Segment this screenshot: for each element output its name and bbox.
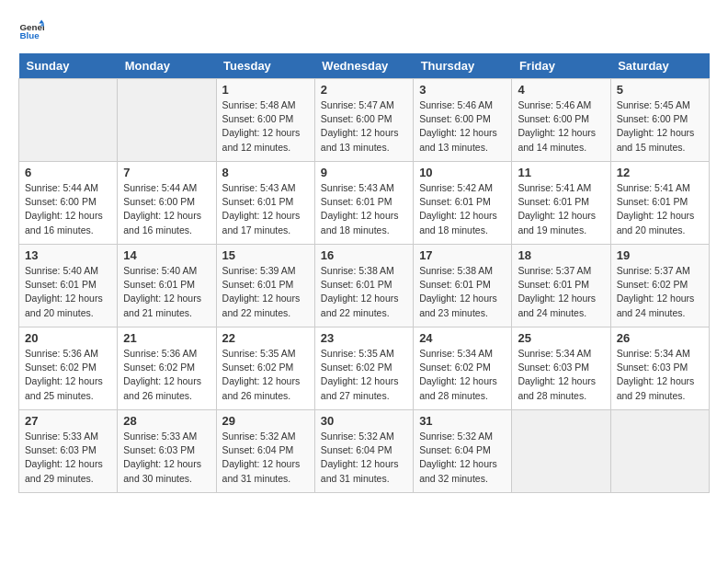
week-row-5: 27Sunrise: 5:33 AM Sunset: 6:03 PM Dayli… — [19, 410, 710, 493]
header-day-monday: Monday — [118, 53, 216, 79]
day-info: Sunrise: 5:34 AM Sunset: 6:03 PM Dayligh… — [617, 347, 703, 403]
day-info: Sunrise: 5:35 AM Sunset: 6:02 PM Dayligh… — [321, 347, 407, 403]
day-info: Sunrise: 5:40 AM Sunset: 6:01 PM Dayligh… — [123, 264, 210, 320]
day-number: 22 — [222, 331, 309, 345]
day-info: Sunrise: 5:34 AM Sunset: 6:03 PM Dayligh… — [518, 347, 604, 403]
calendar-cell: 22Sunrise: 5:35 AM Sunset: 6:02 PM Dayli… — [216, 327, 314, 410]
calendar-cell — [19, 79, 118, 162]
day-number: 24 — [419, 331, 506, 345]
header-day-sunday: Sunday — [19, 53, 118, 79]
day-info: Sunrise: 5:35 AM Sunset: 6:02 PM Dayligh… — [222, 347, 309, 403]
day-info: Sunrise: 5:38 AM Sunset: 6:01 PM Dayligh… — [419, 264, 506, 320]
week-row-4: 20Sunrise: 5:36 AM Sunset: 6:02 PM Dayli… — [19, 327, 710, 410]
calendar-cell: 19Sunrise: 5:37 AM Sunset: 6:02 PM Dayli… — [610, 245, 709, 327]
day-info: Sunrise: 5:36 AM Sunset: 6:02 PM Dayligh… — [123, 347, 210, 403]
day-number: 10 — [419, 166, 506, 179]
calendar-body: 1Sunrise: 5:48 AM Sunset: 6:00 PM Daylig… — [19, 79, 710, 493]
calendar-cell: 11Sunrise: 5:41 AM Sunset: 6:01 PM Dayli… — [512, 162, 610, 245]
calendar-cell — [512, 410, 610, 493]
day-info: Sunrise: 5:45 AM Sunset: 6:00 PM Dayligh… — [617, 98, 703, 155]
calendar-cell: 8Sunrise: 5:43 AM Sunset: 6:01 PM Daylig… — [216, 162, 314, 245]
day-number: 15 — [222, 248, 309, 262]
day-number: 16 — [321, 248, 407, 262]
day-info: Sunrise: 5:34 AM Sunset: 6:02 PM Dayligh… — [419, 347, 506, 403]
week-row-2: 6Sunrise: 5:44 AM Sunset: 6:00 PM Daylig… — [19, 162, 710, 245]
calendar-cell — [118, 79, 216, 162]
calendar-cell: 12Sunrise: 5:41 AM Sunset: 6:01 PM Dayli… — [610, 162, 709, 245]
day-info: Sunrise: 5:46 AM Sunset: 6:00 PM Dayligh… — [518, 98, 604, 155]
calendar-header: SundayMondayTuesdayWednesdayThursdayFrid… — [19, 53, 710, 79]
day-info: Sunrise: 5:33 AM Sunset: 6:03 PM Dayligh… — [25, 430, 111, 486]
calendar-cell: 2Sunrise: 5:47 AM Sunset: 6:00 PM Daylig… — [314, 79, 413, 162]
day-info: Sunrise: 5:48 AM Sunset: 6:00 PM Dayligh… — [222, 98, 309, 155]
calendar-cell: 1Sunrise: 5:48 AM Sunset: 6:00 PM Daylig… — [216, 79, 314, 162]
day-info: Sunrise: 5:32 AM Sunset: 6:04 PM Dayligh… — [222, 430, 309, 486]
calendar-cell: 5Sunrise: 5:45 AM Sunset: 6:00 PM Daylig… — [610, 79, 709, 162]
day-number: 2 — [321, 83, 407, 97]
calendar-cell: 13Sunrise: 5:40 AM Sunset: 6:01 PM Dayli… — [19, 245, 118, 327]
calendar-cell: 20Sunrise: 5:36 AM Sunset: 6:02 PM Dayli… — [19, 327, 118, 410]
calendar-cell: 17Sunrise: 5:38 AM Sunset: 6:01 PM Dayli… — [414, 245, 512, 327]
calendar-cell: 24Sunrise: 5:34 AM Sunset: 6:02 PM Dayli… — [414, 327, 512, 410]
day-number: 31 — [419, 414, 506, 428]
day-number: 26 — [617, 331, 703, 345]
day-info: Sunrise: 5:43 AM Sunset: 6:01 PM Dayligh… — [321, 181, 407, 237]
day-number: 23 — [321, 331, 407, 345]
day-info: Sunrise: 5:41 AM Sunset: 6:01 PM Dayligh… — [617, 181, 703, 237]
calendar-cell: 7Sunrise: 5:44 AM Sunset: 6:00 PM Daylig… — [118, 162, 216, 245]
day-number: 13 — [25, 248, 111, 262]
day-number: 20 — [25, 331, 111, 345]
day-number: 11 — [518, 166, 604, 179]
week-row-1: 1Sunrise: 5:48 AM Sunset: 6:00 PM Daylig… — [19, 79, 710, 162]
logo-icon: General Blue — [18, 18, 44, 44]
calendar-cell: 3Sunrise: 5:46 AM Sunset: 6:00 PM Daylig… — [414, 79, 512, 162]
week-row-3: 13Sunrise: 5:40 AM Sunset: 6:01 PM Dayli… — [19, 245, 710, 327]
calendar-cell: 14Sunrise: 5:40 AM Sunset: 6:01 PM Dayli… — [118, 245, 216, 327]
calendar-cell: 18Sunrise: 5:37 AM Sunset: 6:01 PM Dayli… — [512, 245, 610, 327]
day-number: 4 — [518, 83, 604, 97]
calendar-cell: 27Sunrise: 5:33 AM Sunset: 6:03 PM Dayli… — [19, 410, 118, 493]
day-info: Sunrise: 5:43 AM Sunset: 6:01 PM Dayligh… — [222, 181, 309, 237]
header-day-thursday: Thursday — [414, 53, 512, 79]
day-number: 5 — [617, 83, 703, 97]
day-number: 3 — [419, 83, 506, 97]
header-day-saturday: Saturday — [610, 53, 709, 79]
calendar-cell: 28Sunrise: 5:33 AM Sunset: 6:03 PM Dayli… — [118, 410, 216, 493]
day-number: 1 — [222, 83, 309, 97]
day-info: Sunrise: 5:44 AM Sunset: 6:00 PM Dayligh… — [25, 181, 111, 237]
calendar-table: SundayMondayTuesdayWednesdayThursdayFrid… — [18, 53, 710, 493]
day-number: 30 — [321, 414, 407, 428]
day-info: Sunrise: 5:37 AM Sunset: 6:02 PM Dayligh… — [617, 264, 703, 320]
day-number: 25 — [518, 331, 604, 345]
calendar-cell: 23Sunrise: 5:35 AM Sunset: 6:02 PM Dayli… — [314, 327, 413, 410]
day-number: 7 — [123, 166, 210, 179]
day-number: 28 — [123, 414, 210, 428]
calendar-cell: 25Sunrise: 5:34 AM Sunset: 6:03 PM Dayli… — [512, 327, 610, 410]
svg-text:Blue: Blue — [19, 30, 40, 40]
day-number: 8 — [222, 166, 309, 179]
day-info: Sunrise: 5:32 AM Sunset: 6:04 PM Dayligh… — [321, 430, 407, 486]
header-row: SundayMondayTuesdayWednesdayThursdayFrid… — [19, 53, 710, 79]
day-info: Sunrise: 5:36 AM Sunset: 6:02 PM Dayligh… — [25, 347, 111, 403]
day-number: 18 — [518, 248, 604, 262]
calendar-cell: 31Sunrise: 5:32 AM Sunset: 6:04 PM Dayli… — [414, 410, 512, 493]
header-day-wednesday: Wednesday — [314, 53, 413, 79]
day-info: Sunrise: 5:32 AM Sunset: 6:04 PM Dayligh… — [419, 430, 506, 486]
calendar-cell: 30Sunrise: 5:32 AM Sunset: 6:04 PM Dayli… — [314, 410, 413, 493]
day-info: Sunrise: 5:41 AM Sunset: 6:01 PM Dayligh… — [518, 181, 604, 237]
day-info: Sunrise: 5:40 AM Sunset: 6:01 PM Dayligh… — [25, 264, 111, 320]
calendar-cell — [610, 410, 709, 493]
calendar-cell: 4Sunrise: 5:46 AM Sunset: 6:00 PM Daylig… — [512, 79, 610, 162]
day-info: Sunrise: 5:47 AM Sunset: 6:00 PM Dayligh… — [321, 98, 407, 155]
calendar-cell: 10Sunrise: 5:42 AM Sunset: 6:01 PM Dayli… — [414, 162, 512, 245]
day-info: Sunrise: 5:37 AM Sunset: 6:01 PM Dayligh… — [518, 264, 604, 320]
day-info: Sunrise: 5:46 AM Sunset: 6:00 PM Dayligh… — [419, 98, 506, 155]
day-number: 29 — [222, 414, 309, 428]
day-info: Sunrise: 5:42 AM Sunset: 6:01 PM Dayligh… — [419, 181, 506, 237]
day-number: 21 — [123, 331, 210, 345]
day-number: 14 — [123, 248, 210, 262]
header-day-tuesday: Tuesday — [216, 53, 314, 79]
day-info: Sunrise: 5:39 AM Sunset: 6:01 PM Dayligh… — [222, 264, 309, 320]
header: General Blue — [18, 18, 710, 44]
day-number: 12 — [617, 166, 703, 179]
